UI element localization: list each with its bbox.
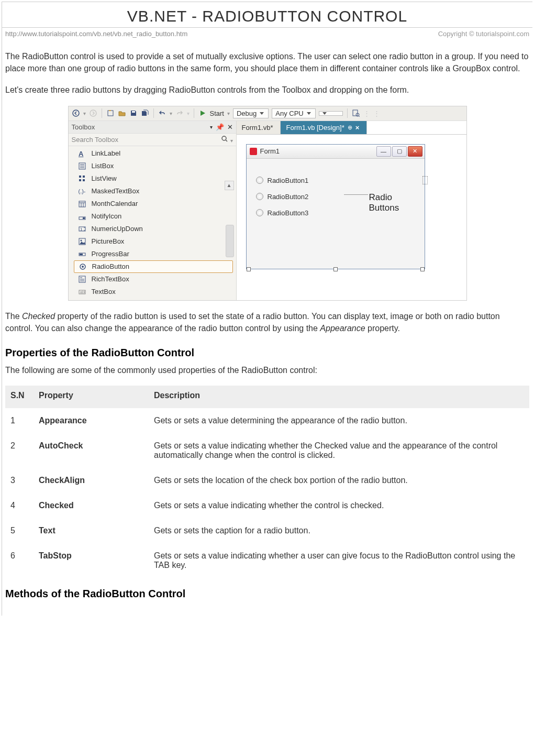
listview-icon [78, 174, 86, 183]
toolbox-item-label: ListBox [92, 162, 114, 170]
nav-forward-icon [89, 109, 97, 117]
page-title: VB.NET - RADIOBUTTON CONTROL [2, 7, 532, 25]
toolbox-item-label: ProgressBar [92, 250, 129, 258]
cell-description: Gets or sets the location of the check b… [149, 468, 529, 493]
resize-handles [247, 267, 425, 271]
svg-rect-14 [83, 176, 85, 178]
toolbox-item-textbox: abl TextBox [69, 286, 236, 298]
toolbox-item-listview: ListView [69, 172, 236, 185]
monthcalendar-icon [78, 200, 86, 208]
toolbox-item-label: LinkLabel [92, 149, 121, 157]
table-row: 3 CheckAlign Gets or sets the location o… [5, 468, 529, 493]
close-icon: × [355, 124, 360, 132]
col-sn: S.N [5, 386, 34, 408]
svg-text:abl: abl [80, 290, 85, 294]
properties-intro: The following are some of the commonly u… [5, 364, 529, 376]
appearance-keyword: Appearance [320, 324, 365, 333]
cell-description: Gets or sets a value indicating whether … [149, 493, 529, 518]
radiobutton1: RadioButton1 [256, 177, 418, 184]
table-row: 1 Appearance Gets or sets a value determ… [5, 408, 529, 433]
toolbox-item-label: RadioButton [92, 262, 130, 270]
toolbox-item-monthcalendar: MonthCalendar [69, 198, 236, 210]
col-property: Property [34, 386, 149, 408]
radio-dot-icon [256, 177, 263, 184]
svg-rect-15 [83, 179, 85, 181]
cell-sn: 6 [5, 543, 34, 575]
toolbox-item-label: MaskedTextBox [92, 187, 140, 195]
svg-rect-16 [79, 201, 85, 207]
col-description: Description [149, 386, 529, 408]
toolbox-item-numericupdown: 1 NumericUpDown [69, 223, 236, 235]
toolbox-item-richtextbox: RichTextBox [69, 273, 236, 286]
scroll-up-icon: ▲ [225, 181, 234, 190]
cell-sn: 4 [5, 493, 34, 518]
svg-point-1 [90, 110, 96, 116]
close-icon: ✕ [408, 146, 422, 157]
save-icon [129, 109, 138, 117]
numericupdown-icon: 1 [78, 225, 86, 233]
svg-rect-21 [83, 217, 85, 219]
platform-dropdown: Any CPU [272, 108, 315, 118]
checked-keyword: Checked [22, 312, 55, 321]
properties-heading: Properties of the RadioButton Control [5, 347, 529, 359]
cell-description: Gets or sets a value indicating whether … [149, 433, 529, 468]
svg-rect-27 [80, 254, 83, 255]
cell-property: AutoCheck [34, 433, 149, 468]
svg-rect-4 [353, 110, 358, 116]
listbox-icon [78, 162, 86, 170]
table-row: 6 TabStop Gets or sets a value indicatin… [5, 543, 529, 575]
methods-heading: Methods of the RadioButton Control [5, 588, 529, 600]
cell-description: Gets or sets a value indicating whether … [149, 543, 529, 575]
maximize-icon: ▢ [392, 146, 407, 157]
toolbox-item-listbox: ListBox [69, 160, 236, 172]
richtextbox-icon [78, 275, 86, 283]
toolbox-item-label: NumericUpDown [92, 225, 143, 233]
empty-dropdown [319, 111, 343, 116]
chevron-down-icon [322, 112, 327, 115]
cell-sn: 3 [5, 468, 34, 493]
svg-point-0 [73, 110, 79, 116]
toolbox-item-label: PictureBox [92, 237, 125, 245]
picturebox-icon [78, 237, 86, 246]
cell-description: Gets or sets a value determining the app… [149, 408, 529, 433]
toolbox-item-linklabel: A LinkLabel [69, 147, 236, 160]
toolbox-item-label: NotifyIcon [92, 212, 122, 220]
toolbox-panel: Toolbox ▾ 📌 ✕ Search Toolbox ▾ [69, 121, 237, 300]
designer-panel: Form1.vb* Form1.vb [Design]* ⊕ × [237, 121, 466, 300]
svg-text:A: A [79, 150, 84, 157]
cell-property: Appearance [34, 408, 149, 433]
progressbar-icon [78, 250, 86, 258]
svg-rect-13 [79, 179, 81, 181]
svg-rect-3 [132, 111, 135, 113]
svg-point-29 [82, 266, 84, 268]
find-in-files-icon [352, 109, 360, 117]
toolbox-item-radiobutton: RadioButton [74, 260, 233, 273]
toolbox-item-progressbar: ProgressBar [69, 248, 236, 260]
cell-sn: 5 [5, 518, 34, 543]
search-toolbox-placeholder: Search Toolbox [72, 136, 118, 144]
copyright-text: Copyright © tutorialspoint.com [438, 30, 529, 38]
tab-label: Form1.vb* [242, 124, 273, 132]
start-label: Start [210, 109, 224, 117]
intro-paragraph-1: The RadioButton control is used to provi… [5, 50, 529, 74]
linklabel-icon: A [78, 149, 86, 158]
cell-property: Checked [34, 493, 149, 518]
source-url-link[interactable]: http://www.tutorialspoint.com/vb.net/vb.… [5, 30, 187, 38]
tab-design: Form1.vb [Design]* ⊕ × [281, 121, 367, 134]
radiobutton-icon [79, 262, 87, 271]
toolbox-title: Toolbox [72, 123, 95, 131]
config-value: Debug [237, 109, 257, 117]
tab-code: Form1.vb* [237, 121, 281, 134]
cell-description: Gets or sets the caption for a radio but… [149, 518, 529, 543]
form1-window: Form1 — ▢ ✕ [246, 144, 425, 269]
form-icon [250, 148, 257, 155]
chevron-down-icon [307, 112, 311, 115]
undo-icon [158, 109, 166, 117]
form-title: Form1 [260, 147, 280, 155]
toolbox-item-maskedtextbox: (.)- MaskedTextBox [69, 185, 236, 198]
toolbox-items: ▲ A LinkLabel ListBox ListView [69, 146, 236, 300]
scrollbar-thumb [226, 225, 234, 257]
cell-sn: 1 [5, 408, 34, 433]
toolbox-item-notifyicon: NotifyIcon [69, 210, 236, 223]
toolbox-item-label: TextBox [92, 288, 116, 295]
